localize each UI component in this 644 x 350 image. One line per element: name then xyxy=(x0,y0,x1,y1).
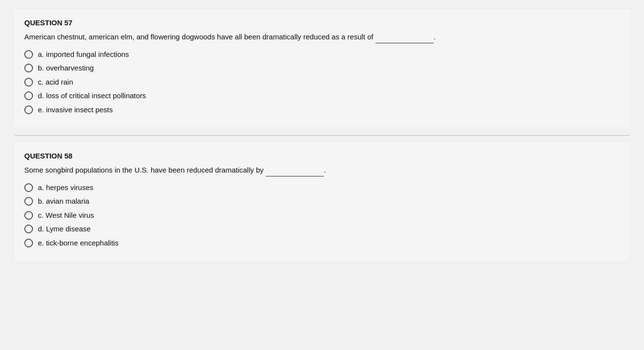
question-57-option-c[interactable]: c. acid rain xyxy=(24,77,620,88)
question-58-option-b[interactable]: b. avian malaria xyxy=(24,196,620,207)
question-57-text: American chestnut, american elm, and flo… xyxy=(24,32,620,43)
question-58-label-a: a. herpes viruses xyxy=(38,182,93,193)
question-58-options: a. herpes viruses b. avian malaria c. We… xyxy=(24,182,620,249)
question-58-radio-d[interactable] xyxy=(24,225,33,233)
question-58-option-c[interactable]: c. West Nile virus xyxy=(24,210,620,221)
question-57-radio-c[interactable] xyxy=(24,78,33,87)
question-57-option-b[interactable]: b. overharvesting xyxy=(24,63,620,74)
question-57-text-after: . xyxy=(434,33,436,41)
question-57-blank xyxy=(375,32,434,43)
question-57-label-c: c. acid rain xyxy=(38,77,73,88)
question-58-label-d: d. Lyme disease xyxy=(38,224,91,235)
question-58-label-e: e. tick-borne encephalitis xyxy=(38,238,119,249)
question-58-radio-c[interactable] xyxy=(24,211,33,220)
question-58-text-before: Some songbird populations in the U.S. ha… xyxy=(24,166,266,174)
question-58-label-b: b. avian malaria xyxy=(38,196,89,207)
question-57-label-b: b. overharvesting xyxy=(38,63,94,74)
question-57-options: a. imported fungal infections b. overhar… xyxy=(24,49,620,116)
question-57-radio-a[interactable] xyxy=(24,50,33,59)
question-57-label-d: d. loss of critical insect pollinators xyxy=(38,90,146,102)
question-58-text: Some songbird populations in the U.S. ha… xyxy=(24,165,620,176)
question-57-label-e: e. invasive insect pests xyxy=(38,105,113,116)
question-57-title: QUESTION 57 xyxy=(24,18,620,27)
question-58-option-e[interactable]: e. tick-borne encephalitis xyxy=(24,238,620,249)
question-58-option-a[interactable]: a. herpes viruses xyxy=(24,182,620,193)
question-57-option-a[interactable]: a. imported fungal infections xyxy=(24,49,620,60)
question-58-radio-b[interactable] xyxy=(24,197,33,206)
question-57-option-e[interactable]: e. invasive insect pests xyxy=(24,105,620,116)
question-57-radio-b[interactable] xyxy=(24,64,33,72)
question-58-option-d[interactable]: d. Lyme disease xyxy=(24,224,620,235)
page-container: QUESTION 57 American chestnut, american … xyxy=(0,0,644,350)
question-58-label-c: c. West Nile virus xyxy=(38,210,94,221)
question-58-block: QUESTION 58 Some songbird populations in… xyxy=(15,143,629,261)
question-57-text-before: American chestnut, american elm, and flo… xyxy=(24,33,375,41)
question-57-block: QUESTION 57 American chestnut, american … xyxy=(15,10,629,128)
question-58-radio-a[interactable] xyxy=(24,183,33,192)
question-57-radio-d[interactable] xyxy=(24,91,33,100)
question-58-title: QUESTION 58 xyxy=(24,152,620,160)
question-58-radio-e[interactable] xyxy=(24,239,33,247)
question-57-radio-e[interactable] xyxy=(24,105,33,114)
question-57-label-a: a. imported fungal infections xyxy=(38,49,129,60)
question-57-option-d[interactable]: d. loss of critical insect pollinators xyxy=(24,90,620,102)
question-58-text-after: . xyxy=(324,166,326,174)
question-58-blank xyxy=(266,165,324,176)
question-separator xyxy=(15,135,629,136)
